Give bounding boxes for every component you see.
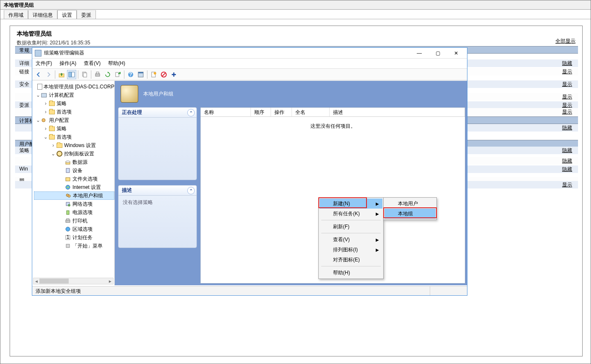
outer-title: 本地管理员组 [0, 0, 591, 10]
bg-row-link[interactable]: 显示 [562, 93, 572, 101]
menu-item[interactable]: 所有任务(K)▶ [320, 209, 382, 219]
col-fullname[interactable]: 全名 [292, 108, 330, 116]
svg-rect-7 [116, 72, 119, 77]
tree-comp-pref[interactable]: ›首选项 [34, 108, 114, 116]
book-icon[interactable] [149, 70, 158, 79]
menu-item[interactable]: 查看(V)▶ [320, 235, 382, 245]
tab-settings[interactable]: 设置 [57, 10, 77, 19]
menu-item-label: 排列图标(I) [333, 246, 358, 253]
tree-caret[interactable]: ⌄ [36, 116, 41, 124]
tree-caret[interactable]: › [51, 141, 56, 150]
bg-row-link[interactable]: 隐藏 [562, 157, 572, 165]
bg-row-link[interactable]: 隐藏 [562, 124, 572, 132]
menu-file[interactable]: 文件(F) [36, 60, 52, 67]
help-icon[interactable]: ? [126, 70, 135, 79]
maximize-button[interactable]: ▢ [433, 50, 443, 56]
bg-row-link[interactable]: 隐藏 [562, 147, 572, 154]
tree-caret[interactable]: ⌄ [43, 133, 48, 141]
tab-details[interactable]: 详细信息 [28, 10, 57, 19]
tree-leaf-2[interactable]: 文件夹选项 [34, 175, 114, 183]
tree-leaf-10[interactable]: 「开始」菜单 [34, 242, 114, 250]
menu-item[interactable]: 新建(N)▶ [320, 199, 382, 209]
tree-caret[interactable]: › [43, 108, 48, 116]
menu-item-label: 对齐图标(E) [333, 256, 360, 263]
tree-leaf-1[interactable]: 设备 [34, 166, 114, 175]
collapse-icon[interactable]: ⌃ [187, 109, 195, 116]
description-card-header[interactable]: 描述 ⌃ [119, 186, 196, 196]
nav-back-icon[interactable] [34, 70, 43, 79]
menu-item[interactable]: 排列图标(I)▶ [320, 245, 382, 255]
gpme-titlebar[interactable]: 组策略管理编辑器 — ▢ ✕ [32, 48, 467, 59]
stop-icon[interactable] [159, 70, 168, 79]
tree-horizontal-scrollbar[interactable]: ◄ ► [33, 278, 114, 284]
tree-leaf-8[interactable]: 区域选项 [34, 225, 114, 233]
bg-row-link[interactable]: 显示 [562, 68, 572, 75]
tree-node-label: 首选项 [57, 108, 72, 116]
tree-caret[interactable]: › [43, 99, 48, 108]
tree-leaf-7[interactable]: 打印机 [34, 217, 114, 225]
tree-caret[interactable]: ⌄ [51, 150, 56, 158]
bg-row-link[interactable]: 显示 [562, 81, 572, 88]
gpo-tree[interactable]: 本地管理员组 [DAS-DC1.CORP⌄计算机配置›策略›首选项⌄用户配置›策… [32, 81, 114, 250]
bg-row-link[interactable]: 隐藏 [562, 60, 572, 67]
svg-line-15 [162, 73, 165, 76]
menu-separator [321, 220, 381, 220]
scroll-right-icon[interactable]: ► [107, 279, 113, 284]
bg-row-link[interactable]: 显示 [562, 181, 572, 188]
bg-row-link[interactable]: 隐藏 [562, 166, 572, 173]
up-folder-icon[interactable] [57, 70, 66, 79]
col-action[interactable]: 操作 [271, 108, 292, 116]
context-menu[interactable]: 新建(N)▶所有任务(K)▶刷新(F)查看(V)▶排列图标(I)▶对齐图标(E)… [318, 197, 384, 279]
menu-help[interactable]: 帮助(H) [108, 60, 125, 67]
close-button[interactable]: ✕ [451, 50, 461, 56]
context-submenu[interactable]: 本地用户本地组 [383, 197, 437, 220]
menu-view[interactable]: 查看(V) [84, 60, 101, 67]
menu-item-label: 帮助(H) [333, 269, 350, 276]
scroll-thumb[interactable] [39, 279, 69, 284]
scroll-left-icon[interactable]: ◄ [34, 279, 39, 284]
minimize-button[interactable]: — [414, 50, 424, 56]
tree-user-pref[interactable]: ⌄首选项 [34, 133, 114, 141]
col-desc[interactable]: 描述 [330, 108, 465, 116]
tree-leaf-0[interactable]: 数据源 [34, 158, 114, 166]
tree-cp-settings[interactable]: ⌄控制面板设置 [34, 150, 114, 158]
col-order[interactable]: 顺序 [251, 108, 271, 116]
show-tree-icon[interactable] [67, 70, 76, 79]
menu-item[interactable]: 本地组 [385, 209, 436, 219]
svg-rect-29 [67, 211, 69, 214]
menu-item[interactable]: 本地用户 [385, 199, 436, 209]
tab-delegate[interactable]: 委派 [77, 10, 96, 19]
tree-win-settings[interactable]: ›Windows 设置 [34, 141, 114, 150]
add-icon[interactable] [169, 70, 178, 79]
tree-computer-config[interactable]: ⌄计算机配置 [34, 91, 114, 99]
tree-leaf-5[interactable]: 网络选项 [34, 200, 114, 208]
show-all-link[interactable]: 全部显示 [555, 38, 576, 45]
tab-scope[interactable]: 作用域 [4, 10, 28, 19]
tree-comp-policy[interactable]: ›策略 [34, 99, 114, 108]
bg-row-link[interactable]: 显示 [562, 108, 572, 116]
menu-item[interactable]: 帮助(H) [320, 268, 382, 278]
tree-user-config[interactable]: ⌄用户配置 [34, 116, 114, 124]
tree-leaf-9[interactable]: 1计划任务 [34, 233, 114, 242]
tree-leaf-3[interactable]: Internet 设置 [34, 183, 114, 191]
tree-caret[interactable]: ⌄ [36, 91, 41, 99]
export-icon[interactable] [113, 70, 122, 79]
collapse-icon[interactable]: ⌃ [187, 187, 195, 194]
refresh-icon[interactable] [103, 70, 112, 79]
processing-card-header[interactable]: 正在处理 ⌃ [119, 108, 196, 118]
tree-leaf-4[interactable]: 本地用户和组 [34, 191, 114, 200]
nav-forward-icon[interactable] [44, 70, 53, 79]
bg-row-label: 链接 [19, 68, 29, 75]
col-name[interactable]: 名称 [201, 108, 251, 116]
print-icon[interactable] [93, 70, 102, 79]
tree-root[interactable]: 本地管理员组 [DAS-DC1.CORP [34, 83, 114, 91]
menu-item[interactable]: 刷新(F) [320, 222, 382, 232]
tree-leaf-6[interactable]: 电源选项 [34, 208, 114, 217]
copy-icon[interactable] [80, 70, 89, 79]
menu-action[interactable]: 操作(A) [59, 60, 76, 67]
properties-icon[interactable] [136, 70, 145, 79]
menu-item[interactable]: 对齐图标(E) [320, 255, 382, 265]
tree-user-policy[interactable]: ›策略 [34, 124, 114, 133]
tree-caret[interactable]: › [43, 124, 48, 133]
svg-rect-5 [95, 74, 100, 76]
